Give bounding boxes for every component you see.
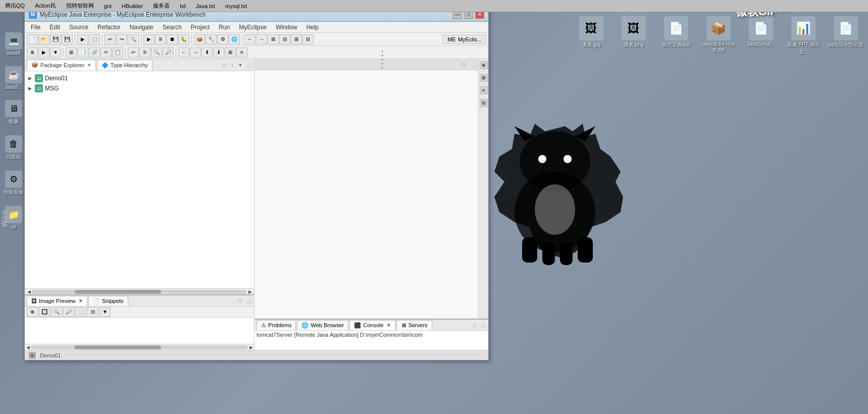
tb-btn-4b[interactable]: ⏸ bbox=[155, 34, 166, 44]
tb-save-btn[interactable]: 💾 bbox=[50, 34, 61, 44]
tab-minimize-btn[interactable]: □ bbox=[221, 62, 228, 69]
tb2-btn-n[interactable]: → bbox=[190, 47, 201, 58]
img-prev-btn-d[interactable]: 🔎 bbox=[63, 307, 74, 317]
console-close[interactable]: ✕ bbox=[387, 323, 391, 328]
scroll-right-btn[interactable]: ▶ bbox=[247, 289, 253, 295]
image-preview-close[interactable]: ✕ bbox=[79, 298, 83, 303]
tab-type-hierarchy[interactable]: 🔷 Type Hierarchy bbox=[97, 60, 152, 71]
tb-btn-2b[interactable]: ⬚ bbox=[89, 34, 100, 44]
taskbar-txt[interactable]: txt bbox=[177, 2, 189, 10]
tb2-btn-o[interactable]: ⬆ bbox=[201, 47, 213, 58]
strip-btn-1[interactable]: ⊕ bbox=[480, 61, 488, 69]
menu-run[interactable]: Run bbox=[215, 23, 234, 32]
menu-help[interactable]: Help bbox=[302, 23, 323, 32]
tb2-btn-k[interactable]: 🔍 bbox=[151, 47, 162, 58]
bottom-scroll-left[interactable]: ◀ bbox=[25, 344, 31, 350]
tab-image-preview[interactable]: 🖼 Image Preview ✕ bbox=[27, 296, 87, 306]
img-prev-btn-a[interactable]: ⊕ bbox=[27, 307, 38, 317]
img-prev-btn-g[interactable]: ▼ bbox=[99, 307, 111, 317]
tab-sync-btn[interactable]: ↕ bbox=[229, 62, 236, 69]
tb2-btn-c[interactable]: ▼ bbox=[50, 47, 61, 58]
tb2-btn-i[interactable]: ↩ bbox=[128, 47, 139, 58]
strip-btn-2[interactable]: ⊞ bbox=[480, 74, 488, 82]
tab-console[interactable]: ⬛ Console ✕ bbox=[349, 320, 395, 330]
desktop-icon-ppt[interactable]: 📊 新建 PPT 演示文... bbox=[783, 14, 824, 58]
taskbar-hbuilder[interactable]: HBuilder bbox=[119, 2, 146, 10]
tab-web-browser[interactable]: 🌐 Web Browser bbox=[297, 320, 348, 330]
desktop-icon-navicat[interactable]: 📦 navicat for mysql.zip bbox=[698, 14, 739, 58]
tb-save-all-btn[interactable]: 💾 bbox=[62, 34, 73, 44]
tab-problems[interactable]: ⚠ Problems bbox=[257, 320, 296, 330]
left-icon-huishouzhan[interactable]: 🗑 回收站 bbox=[2, 135, 25, 161]
taskbar-javatxt[interactable]: Java.txt bbox=[193, 2, 218, 10]
menu-project[interactable]: Project bbox=[187, 23, 214, 32]
tb2-btn-j[interactable]: ↻ bbox=[139, 47, 150, 58]
tree-item-msg[interactable]: ▶ 🗂 MSG bbox=[25, 83, 254, 93]
menu-window[interactable]: Window bbox=[272, 23, 301, 32]
desktop-icon-kbpng[interactable]: 🖼 课表.png bbox=[614, 14, 654, 58]
tb-new-btn[interactable]: 📄 bbox=[27, 34, 38, 44]
desktop-icon-jsp[interactable]: 📄 jsp920小型示文 bbox=[826, 14, 866, 58]
strip-btn-3[interactable]: ≡ bbox=[480, 86, 488, 94]
tb2-btn-f[interactable]: 🔗 bbox=[89, 47, 100, 58]
tb-btn-4a[interactable]: ▶ bbox=[143, 34, 155, 44]
tb-btn-2a[interactable]: ▶ bbox=[77, 34, 88, 44]
tb-btn-5a[interactable]: 📦 bbox=[194, 34, 205, 44]
menu-edit[interactable]: Edit bbox=[45, 23, 64, 32]
tb2-btn-r[interactable]: ≡ bbox=[236, 47, 247, 58]
desktop-icon-js[interactable]: 📄 JavaScript... bbox=[741, 14, 781, 58]
taskbar-qq[interactable]: 腾讯QQ bbox=[2, 1, 28, 11]
tb2-btn-m[interactable]: ← bbox=[178, 47, 189, 58]
menu-search[interactable]: Search bbox=[159, 23, 186, 32]
tb-btn-4c[interactable]: ⏹ bbox=[167, 34, 178, 44]
img-prev-btn-e[interactable]: ⬜ bbox=[75, 307, 86, 317]
bottom-tab-max-btn[interactable]: ⬜ bbox=[245, 297, 252, 304]
menu-file[interactable]: File bbox=[27, 23, 44, 32]
desktop-icon-huashi[interactable]: 📄 画式宝典doc bbox=[656, 14, 696, 58]
bottom-tab-min-btn[interactable]: □ bbox=[237, 297, 244, 304]
taskbar-gnt[interactable]: gnt bbox=[101, 2, 115, 10]
tb-btn-6f[interactable]: ⊟ bbox=[302, 34, 314, 44]
tb-btn-6d[interactable]: ⊟ bbox=[279, 34, 290, 44]
tb-btn-3a[interactable]: ↩ bbox=[105, 34, 116, 44]
taskbar-zhaopin[interactable]: 招聘智联网 bbox=[63, 1, 97, 11]
tb2-btn-l[interactable]: 🔎 bbox=[163, 47, 174, 58]
console-max-btn[interactable]: ⬜ bbox=[479, 322, 486, 329]
console-min-btn[interactable]: □ bbox=[471, 322, 478, 329]
left-icon-javas[interactable]: ☕ JavaS... bbox=[2, 66, 25, 90]
left-icon-diannao[interactable]: 🖥 电脑 bbox=[2, 100, 25, 125]
bottom-scroll-right[interactable]: ▶ bbox=[248, 344, 254, 350]
tb-btn-3b[interactable]: ↪ bbox=[116, 34, 127, 44]
tab-snippets[interactable]: 📄 Snippets bbox=[88, 296, 128, 306]
tab-package-explorer[interactable]: 📦 Package Explorer ✕ bbox=[27, 60, 96, 71]
myeclipse-perspective-btn[interactable]: ME MyEclis... bbox=[443, 35, 486, 44]
tab-max-btn[interactable]: ⬜ bbox=[245, 62, 252, 69]
img-prev-btn-f[interactable]: ⊟ bbox=[87, 307, 98, 317]
tab-close-icon[interactable]: ✕ bbox=[87, 63, 91, 68]
tb2-btn-d[interactable]: ⊞ bbox=[66, 47, 77, 58]
editor-header-min-btn[interactable]: □ bbox=[460, 61, 467, 68]
taskbar-action[interactable]: Action民 bbox=[32, 1, 59, 11]
tb2-btn-p[interactable]: ⬇ bbox=[213, 47, 224, 58]
bottom-scroll-track[interactable] bbox=[31, 345, 248, 349]
tb-btn-5b[interactable]: 🔧 bbox=[206, 34, 217, 44]
editor-header-max-btn[interactable]: ⬜ bbox=[469, 61, 476, 68]
taskbar-server[interactable]: 服务器 bbox=[150, 1, 173, 11]
tree-item-demo01[interactable]: ▶ 🗂 Demo01 bbox=[25, 73, 254, 83]
tb-btn-6c[interactable]: ⊞ bbox=[268, 34, 279, 44]
tb-open-btn[interactable]: 📂 bbox=[38, 34, 49, 44]
scroll-left-btn[interactable]: ◀ bbox=[26, 289, 32, 295]
tb-btn-3c[interactable]: 🔍 bbox=[128, 34, 139, 44]
strip-btn-4[interactable]: ⊟ bbox=[480, 99, 488, 107]
tb-btn-5d[interactable]: 🌐 bbox=[229, 34, 240, 44]
tree-arrow-demo01[interactable]: ▶ bbox=[27, 75, 33, 81]
left-icon-titled8[interactable]: 💻 titled8 bbox=[2, 32, 25, 56]
tb2-btn-g[interactable]: ✂ bbox=[100, 47, 112, 58]
tb2-btn-e[interactable]: 📑 bbox=[77, 47, 88, 58]
tb2-btn-q[interactable]: ⊞ bbox=[225, 47, 236, 58]
tb-btn-6e[interactable]: ⊞ bbox=[291, 34, 302, 44]
menu-refactor[interactable]: Refactor bbox=[93, 23, 124, 32]
menu-myeclipse[interactable]: MyEclipse bbox=[235, 23, 271, 32]
tb2-btn-b[interactable]: ▶ bbox=[38, 47, 49, 58]
scroll-track[interactable] bbox=[32, 290, 247, 294]
